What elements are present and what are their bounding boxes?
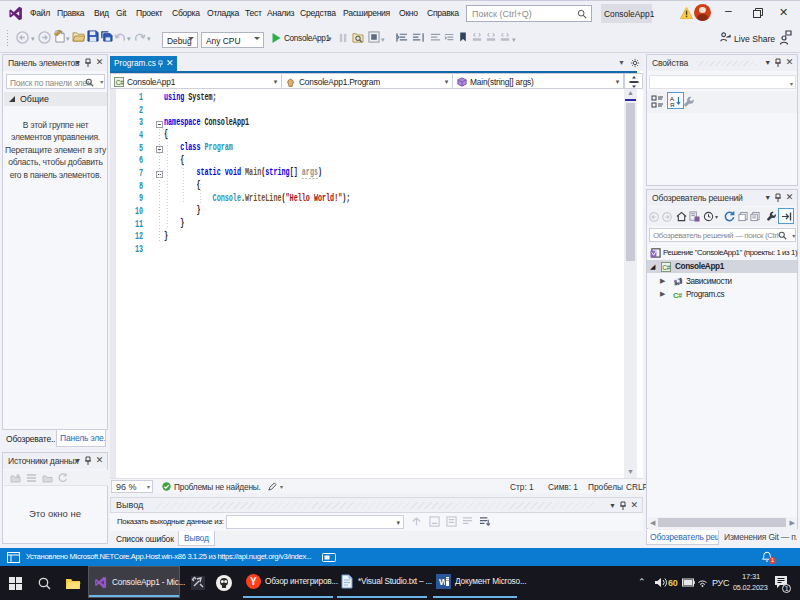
svg-text:А: А [670, 96, 674, 102]
svg-text:C#: C# [662, 263, 671, 270]
svg-text:C#: C# [116, 79, 124, 86]
svg-text:C#: C# [673, 291, 683, 300]
svg-text:Я: Я [670, 102, 674, 107]
